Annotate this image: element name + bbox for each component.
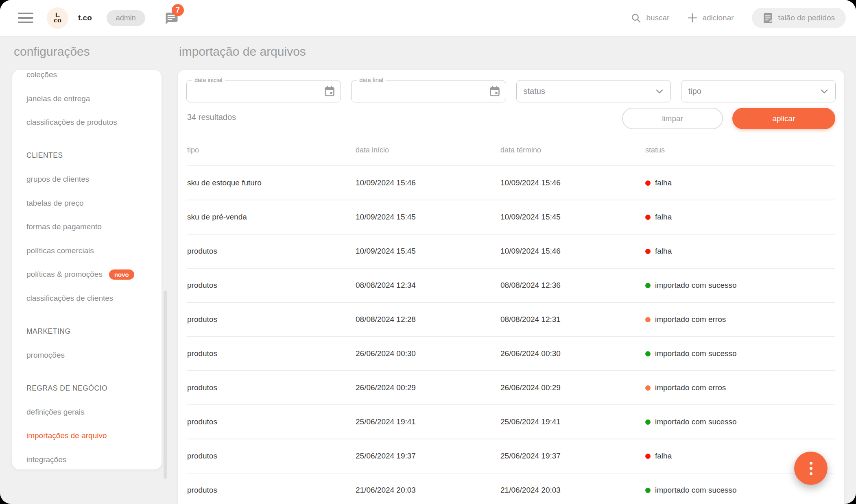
sidebar-item[interactable]: políticas & promoçõesnovo <box>12 263 162 287</box>
sidebar-scrollbar[interactable] <box>164 291 167 479</box>
cell-inicio: 25/06/2024 19:37 <box>356 452 500 461</box>
add-button[interactable]: adicionar <box>687 13 734 23</box>
cell-tipo: produtos <box>187 247 356 256</box>
sidebar-item-label: promoções <box>26 351 65 360</box>
search-button[interactable]: buscar <box>631 13 669 24</box>
admin-chip[interactable]: admin <box>107 10 145 26</box>
cell-termino: 08/08/2024 12:36 <box>500 281 645 290</box>
clear-button[interactable]: limpar <box>622 108 723 129</box>
order-pad-button[interactable]: talão de pedidos <box>752 8 846 28</box>
table-row[interactable]: produtos25/06/2024 19:3725/06/2024 19:37… <box>187 439 835 474</box>
start-date-input[interactable] <box>193 80 321 102</box>
table-row[interactable]: produtos08/08/2024 12:3408/08/2024 12:36… <box>187 269 835 303</box>
notifications[interactable]: 7 <box>164 11 179 25</box>
more-actions-fab[interactable] <box>794 452 828 485</box>
col-header-data-termino: data término <box>500 146 645 154</box>
sidebar-section-label: CLIENTES <box>12 144 162 168</box>
sidebar-item[interactable]: coleções <box>12 70 162 87</box>
sidebar-item[interactable]: promoções <box>12 343 162 367</box>
page-title: importação de arquivos <box>179 45 306 59</box>
search-icon <box>631 13 642 24</box>
table-row[interactable]: produtos26/06/2024 00:2926/06/2024 00:29… <box>187 371 835 405</box>
status-dot-icon <box>645 249 651 254</box>
cell-termino: 10/09/2024 15:46 <box>500 247 645 256</box>
status-label: importado com sucesso <box>655 486 737 495</box>
table-row[interactable]: produtos08/08/2024 12:2808/08/2024 12:31… <box>187 303 835 337</box>
cell-termino: 21/06/2024 20:03 <box>500 486 645 495</box>
cell-status: falha <box>645 213 835 222</box>
end-date-label: data final <box>357 77 386 83</box>
cell-inicio: 10/09/2024 15:45 <box>356 247 500 256</box>
status-label: falha <box>655 178 672 187</box>
table-row[interactable]: produtos21/06/2024 20:0321/06/2024 20:03… <box>187 474 835 504</box>
start-date-field[interactable]: data inicial <box>186 80 341 102</box>
cell-inicio: 21/06/2024 20:03 <box>356 486 500 495</box>
status-select[interactable]: status <box>516 80 671 102</box>
cell-status: importado com sucesso <box>645 281 835 290</box>
status-label: falha <box>655 247 672 256</box>
status-dot-icon <box>645 454 651 459</box>
chevron-down-icon <box>819 86 830 97</box>
status-label: falha <box>655 452 672 461</box>
sidebar-item[interactable]: classificações de clientes <box>12 287 162 311</box>
sidebar-section-label: MARKETING <box>12 319 162 343</box>
cell-tipo: sku de pré-venda <box>187 213 356 222</box>
cell-tipo: produtos <box>187 383 356 392</box>
avatar[interactable]: t. co <box>47 7 68 29</box>
hamburger-menu-icon[interactable] <box>18 13 33 23</box>
table-row[interactable]: produtos26/06/2024 00:3026/06/2024 00:30… <box>187 337 835 371</box>
table-row[interactable]: produtos10/09/2024 15:4510/09/2024 15:46… <box>187 235 835 269</box>
status-dot-icon <box>645 488 651 493</box>
cell-termino: 26/06/2024 00:29 <box>500 383 645 392</box>
cell-tipo: produtos <box>187 486 356 495</box>
cell-tipo: produtos <box>187 417 356 426</box>
sidebar-title: configurações <box>14 45 90 59</box>
brand-name: t.co <box>78 13 92 22</box>
add-label: adicionar <box>702 13 734 22</box>
col-header-tipo: tipo <box>187 146 356 154</box>
start-date-label: data inicial <box>192 77 225 83</box>
sidebar-item-label: tabelas de preço <box>26 199 84 208</box>
status-label: importado com erros <box>655 315 726 324</box>
sidebar-item-label: integrações <box>26 455 66 464</box>
sidebar-item[interactable]: políticas comerciais <box>12 239 162 263</box>
end-date-field[interactable]: data final <box>351 80 506 102</box>
cell-inicio: 26/06/2024 00:30 <box>356 349 500 358</box>
type-select[interactable]: tipo <box>681 80 836 102</box>
sidebar-item-label: definições gerais <box>26 408 85 417</box>
sidebar-item-label: classificações de produtos <box>26 118 117 127</box>
sidebar-item[interactable]: tabelas de preço <box>12 191 162 215</box>
status-label: importado com erros <box>655 383 726 392</box>
sidebar-item[interactable]: integrações <box>12 448 162 470</box>
cell-status: importado com erros <box>645 383 835 392</box>
cell-status: falha <box>645 178 835 187</box>
avatar-line2: co <box>54 18 61 23</box>
type-select-value: tipo <box>688 87 819 96</box>
sidebar-item-label: formas de pagamento <box>26 222 102 231</box>
sidebar-item[interactable]: janelas de entrega <box>12 87 162 111</box>
results-count: 34 resultados <box>187 113 236 122</box>
status-label: importado com sucesso <box>655 281 737 290</box>
sidebar-menu: coleçõesjanelas de entregaclassificações… <box>12 70 162 469</box>
sidebar-item[interactable]: classificações de produtos <box>12 111 162 135</box>
topbar-left: t. co t.co admin 7 <box>0 7 179 29</box>
cell-tipo: produtos <box>187 349 356 358</box>
table-row[interactable]: sku de estoque futuro10/09/2024 15:4610/… <box>187 166 835 200</box>
filter-bar: data inicial data final <box>186 80 836 102</box>
table-row[interactable]: produtos25/06/2024 19:4125/06/2024 19:41… <box>187 405 835 439</box>
end-date-input[interactable] <box>358 80 486 102</box>
order-pad-label: talão de pedidos <box>778 13 835 22</box>
apply-button[interactable]: aplicar <box>732 108 835 129</box>
status-dot-icon <box>645 180 651 186</box>
cell-inicio: 10/09/2024 15:45 <box>356 213 500 222</box>
sidebar-item[interactable]: grupos de clientes <box>12 167 162 191</box>
kebab-icon <box>810 462 812 475</box>
calendar-icon[interactable] <box>324 86 335 97</box>
sidebar-item[interactable]: definições gerais <box>12 400 162 424</box>
order-pad-icon <box>763 12 773 24</box>
table-row[interactable]: sku de pré-venda10/09/2024 15:4510/09/20… <box>187 200 835 235</box>
sidebar-item-label: políticas & promoções <box>26 270 103 279</box>
sidebar-item[interactable]: importações de arquivo <box>12 424 162 448</box>
sidebar-item[interactable]: formas de pagamento <box>12 215 162 239</box>
calendar-icon[interactable] <box>489 86 500 97</box>
